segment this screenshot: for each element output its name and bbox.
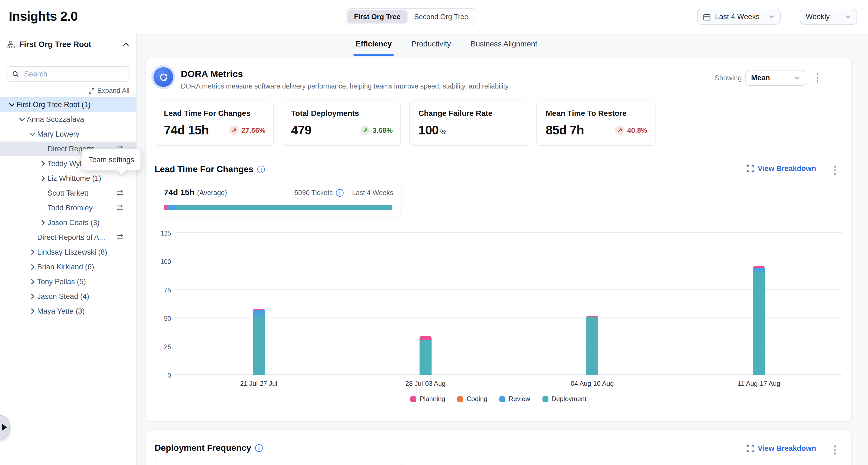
metric-card[interactable]: Lead Time For Changes74d 15h↗27.56%: [155, 100, 274, 146]
chevron-down-icon[interactable]: [27, 131, 37, 138]
app-window: Insights 2.0 First Org Tree Second Org T…: [0, 0, 868, 465]
tree-item[interactable]: Maya Yette (3): [0, 304, 136, 318]
tree-item[interactable]: Lindsay Liszewski (8): [0, 245, 136, 259]
date-range-select[interactable]: Last 4 Weeks: [697, 9, 781, 25]
metric-card[interactable]: Total Deployments479↗3.68%: [282, 100, 401, 146]
metric-card[interactable]: Change Failure Rate100%: [409, 100, 528, 146]
deployment-frequency-summary-card: [155, 461, 402, 465]
tree-item[interactable]: Todd Bromley: [0, 200, 136, 215]
showing-select[interactable]: Mean: [745, 70, 806, 86]
stage-distribution-bar: [164, 205, 392, 210]
search-input[interactable]: [23, 69, 124, 79]
legend-swatch: [457, 396, 463, 402]
legend-label: Coding: [466, 395, 487, 403]
x-axis-label: 28 Jul-03 Aug: [342, 380, 509, 388]
top-header: Insights 2.0 First Org Tree Second Org T…: [0, 0, 868, 34]
tree-item[interactable]: Jason Stead (4): [0, 289, 136, 304]
metric-value: 100%: [418, 123, 446, 138]
tree-item-label: Brian Kirkland (6): [37, 263, 94, 271]
metric-value: 479: [291, 123, 311, 138]
breakdown-expand-icon: [747, 445, 754, 452]
delta-value: 40.8%: [627, 126, 647, 134]
dora-title: DORA Metrics: [181, 69, 243, 80]
tickets-info-icon[interactable]: i: [336, 189, 344, 197]
tab-efficiency[interactable]: Efficiency: [355, 39, 392, 56]
tab-productivity[interactable]: Productivity: [411, 39, 451, 56]
lead-time-summary-card: 74d 15h (Average) 5030 Tickets i | Last …: [155, 180, 402, 217]
mini-bar-segment-planning: [164, 205, 167, 210]
delta-badge: ↗27.56%: [229, 126, 266, 135]
collapse-panel-icon[interactable]: [122, 41, 129, 48]
deployment-frequency-menu-button[interactable]: [834, 445, 836, 454]
tree-item[interactable]: Tony Pallas (5): [0, 274, 136, 289]
tree-item[interactable]: Anna Scozzafava: [0, 112, 136, 127]
metric-value: 85d 7h: [546, 123, 584, 138]
chevron-down-icon: [769, 14, 775, 20]
legend-swatch: [410, 396, 416, 402]
team-settings-icon[interactable]: [116, 233, 124, 241]
bar-segment-review: [753, 268, 765, 271]
stacked-bar[interactable]: [253, 309, 265, 375]
info-icon[interactable]: i: [257, 165, 265, 173]
expand-all-button[interactable]: Expand All: [89, 87, 129, 95]
lead-time-menu-button[interactable]: [834, 165, 836, 175]
y-axis-tick-label: 75: [154, 287, 171, 293]
stacked-bar[interactable]: [586, 316, 598, 375]
date-range-value: Last 4 Weeks: [715, 12, 764, 21]
dora-menu-button[interactable]: [816, 73, 818, 82]
info-icon[interactable]: i: [255, 444, 263, 452]
chevron-right-icon[interactable]: [38, 219, 48, 226]
lead-time-view-breakdown-button[interactable]: View Breakdown: [747, 164, 816, 173]
tickets-count: 5030 Tickets: [294, 189, 333, 197]
bar-segment-deployment: [253, 316, 265, 375]
lead-time-chart: 0255075100125: [175, 233, 842, 375]
tree-item-label: Jason Coats (3): [48, 219, 100, 227]
metric-card-title: Lead Time For Changes: [164, 109, 265, 118]
tree-item-label: Todd Bromley: [48, 204, 93, 212]
dora-description: DORA metrics measure software delivery p…: [181, 83, 510, 90]
chevron-right-icon[interactable]: [38, 160, 48, 167]
chart-legend: PlanningCodingReviewDeployment: [146, 395, 851, 403]
chevron-down-icon[interactable]: [6, 101, 17, 108]
tree-item[interactable]: Scott Tarkett: [0, 186, 136, 200]
legend-item-deployment: Deployment: [542, 395, 586, 403]
chevron-right-icon[interactable]: [27, 278, 37, 285]
stacked-bar[interactable]: [420, 336, 432, 375]
bar-segment-deployment: [753, 271, 765, 375]
stacked-bar[interactable]: [753, 267, 765, 375]
average-qualifier: (Average): [197, 189, 227, 197]
tree-item[interactable]: Brian Kirkland (6): [0, 259, 136, 274]
deployment-frequency-view-breakdown-button[interactable]: View Breakdown: [747, 444, 816, 453]
tree-item[interactable]: Mary Lowery: [0, 127, 136, 142]
metrics-tabs: EfficiencyProductivityBusiness Alignment: [355, 39, 537, 56]
deployment-frequency-card: Deployment Frequency i View Breakdown: [145, 430, 851, 465]
tree-item[interactable]: Jason Coats (3): [0, 215, 136, 230]
legend-swatch: [542, 396, 548, 402]
tree-item[interactable]: First Org Tree Root (1): [0, 97, 136, 112]
bar-segment-review: [253, 310, 265, 316]
chevron-right-icon[interactable]: [27, 264, 37, 271]
granularity-select[interactable]: Weekly: [800, 9, 857, 25]
legend-item-review: Review: [499, 395, 530, 403]
org-chart-icon: [6, 40, 15, 49]
arrow-right-icon: [2, 424, 7, 431]
search-box[interactable]: [6, 66, 129, 82]
deployment-frequency-title: Deployment Frequency: [155, 443, 251, 453]
chevron-right-icon[interactable]: [27, 249, 37, 256]
legend-item-coding: Coding: [457, 395, 487, 403]
second-org-tree-button[interactable]: Second Org Tree: [408, 10, 475, 24]
metric-card[interactable]: Mean Time To Restore85d 7h↗40.8%: [536, 100, 655, 146]
tab-business-alignment[interactable]: Business Alignment: [471, 39, 537, 56]
team-settings-icon[interactable]: [116, 204, 124, 212]
team-settings-icon[interactable]: [116, 189, 124, 197]
tree-item-label: First Org Tree Root (1): [17, 100, 91, 109]
trend-up-icon: ↗: [361, 126, 370, 135]
chevron-right-icon[interactable]: [38, 175, 48, 182]
chevron-right-icon[interactable]: [27, 308, 37, 315]
tree-item[interactable]: Liz Whittome (1): [0, 171, 136, 186]
separator: |: [347, 189, 349, 197]
chevron-right-icon[interactable]: [27, 293, 37, 300]
tree-item[interactable]: Direct Reports of A...: [0, 230, 136, 245]
first-org-tree-button[interactable]: First Org Tree: [347, 10, 407, 24]
chevron-down-icon[interactable]: [17, 116, 27, 123]
